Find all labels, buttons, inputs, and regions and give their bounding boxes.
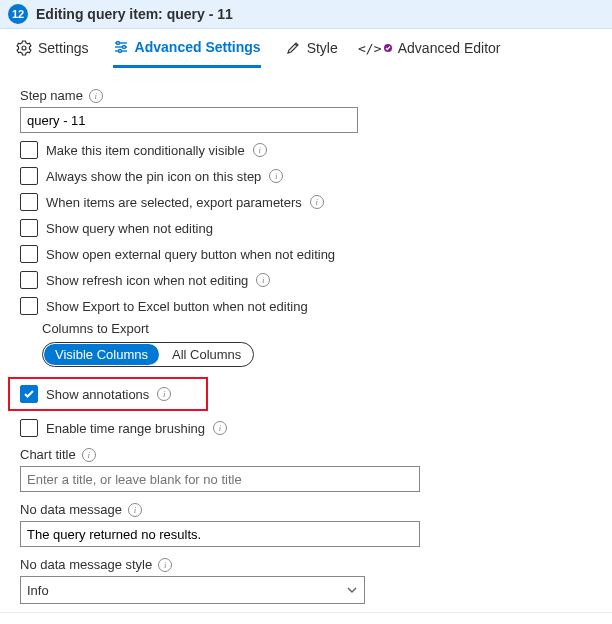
step-name-label: Step name (20, 88, 83, 103)
svg-point-3 (116, 42, 119, 45)
columns-export-section: Columns to Export Visible Columns All Co… (42, 321, 592, 367)
row-show-query: Show query when not editing (20, 219, 592, 237)
label-pin: Always show the pin icon on this step (46, 169, 261, 184)
tab-settings-label: Settings (38, 40, 89, 56)
tab-style-label: Style (307, 40, 338, 56)
row-open-external: Show open external query button when not… (20, 245, 592, 263)
info-icon[interactable]: i (89, 89, 103, 103)
label-excel: Show Export to Excel button when not edi… (46, 299, 308, 314)
tab-bar: Settings Advanced Settings Style </> Adv… (0, 29, 612, 68)
tab-style[interactable]: Style (285, 40, 338, 66)
sliders-icon (113, 39, 129, 55)
info-icon[interactable]: i (157, 387, 171, 401)
step-name-input[interactable] (20, 107, 358, 133)
label-show-query: Show query when not editing (46, 221, 213, 236)
no-data-input[interactable] (20, 521, 420, 547)
row-conditional-visible: Make this item conditionally visible i (20, 141, 592, 159)
editor-header: 12 Editing query item: query - 11 (0, 0, 612, 29)
checkbox-time-brush[interactable] (20, 419, 38, 437)
dot-icon (384, 44, 392, 52)
info-icon[interactable]: i (158, 558, 172, 572)
header-title: Editing query item: query - 11 (36, 6, 233, 22)
tab-advanced-settings[interactable]: Advanced Settings (113, 39, 261, 68)
tab-settings[interactable]: Settings (16, 40, 89, 66)
checkbox-conditional[interactable] (20, 141, 38, 159)
info-icon[interactable]: i (213, 421, 227, 435)
info-icon[interactable]: i (269, 169, 283, 183)
row-excel: Show Export to Excel button when not edi… (20, 297, 592, 315)
form-content: Step name i Make this item conditionally… (0, 68, 612, 612)
info-icon[interactable]: i (128, 503, 142, 517)
chart-title-label: Chart title (20, 447, 76, 462)
label-show-annotations: Show annotations (46, 387, 149, 402)
info-icon[interactable]: i (82, 448, 96, 462)
checkbox-export[interactable] (20, 193, 38, 211)
no-data-label: No data message (20, 502, 122, 517)
svg-point-4 (122, 46, 125, 49)
label-refresh: Show refresh icon when not editing (46, 273, 248, 288)
info-icon[interactable]: i (253, 143, 267, 157)
checkbox-show-annotations[interactable] (20, 385, 38, 403)
label-time-brush: Enable time range brushing (46, 421, 205, 436)
info-icon[interactable]: i (256, 273, 270, 287)
tab-editor-label: Advanced Editor (398, 40, 501, 56)
checkbox-excel[interactable] (20, 297, 38, 315)
tab-advanced-label: Advanced Settings (135, 39, 261, 55)
step-index-badge: 12 (8, 4, 28, 24)
footer-toolbar: Done Editing Cancel Add Move Clone (0, 612, 612, 624)
checkbox-pin[interactable] (20, 167, 38, 185)
no-data-style-select[interactable]: Info (20, 576, 365, 604)
highlight-show-annotations: Show annotations i (8, 377, 208, 411)
checkbox-open-external[interactable] (20, 245, 38, 263)
code-icon: </> (362, 40, 378, 56)
svg-point-5 (118, 50, 121, 53)
checkbox-refresh[interactable] (20, 271, 38, 289)
chevron-down-icon (346, 584, 358, 596)
no-data-style-value: Info (27, 583, 49, 598)
label-export: When items are selected, export paramete… (46, 195, 302, 210)
columns-export-label: Columns to Export (42, 321, 592, 336)
chart-title-input[interactable] (20, 466, 420, 492)
label-open-external: Show open external query button when not… (46, 247, 335, 262)
pill-visible-columns[interactable]: Visible Columns (44, 344, 159, 365)
row-time-brush: Enable time range brushing i (20, 419, 592, 437)
row-pin: Always show the pin icon on this step i (20, 167, 592, 185)
step-name-label-row: Step name i (20, 88, 592, 103)
row-export-params: When items are selected, export paramete… (20, 193, 592, 211)
pen-icon (285, 40, 301, 56)
no-data-style-label-row: No data message style i (20, 557, 592, 572)
checkbox-show-query[interactable] (20, 219, 38, 237)
chart-title-label-row: Chart title i (20, 447, 592, 462)
no-data-label-row: No data message i (20, 502, 592, 517)
info-icon[interactable]: i (310, 195, 324, 209)
row-show-annotations: Show annotations i (20, 385, 204, 403)
pill-all-columns[interactable]: All Columns (160, 343, 253, 366)
no-data-style-label: No data message style (20, 557, 152, 572)
tab-advanced-editor[interactable]: </> Advanced Editor (362, 40, 501, 66)
label-conditional: Make this item conditionally visible (46, 143, 245, 158)
row-refresh: Show refresh icon when not editing i (20, 271, 592, 289)
columns-export-toggle: Visible Columns All Columns (42, 342, 254, 367)
gear-icon (16, 40, 32, 56)
